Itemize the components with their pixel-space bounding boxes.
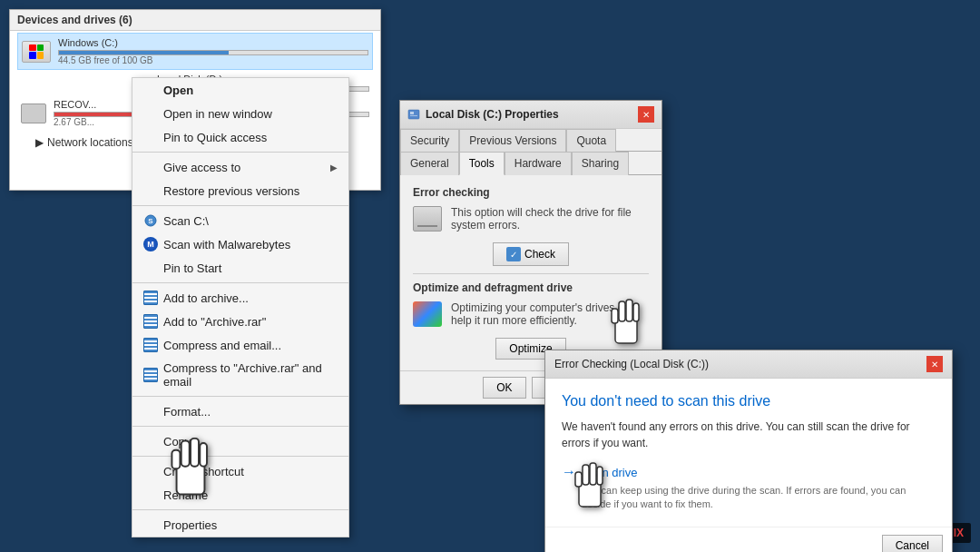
ok-button[interactable]: OK xyxy=(483,377,525,399)
ctx-give-access-icon xyxy=(143,160,158,174)
tab-quota[interactable]: Quota xyxy=(566,129,616,152)
ctx-rename[interactable]: Rename xyxy=(132,483,348,507)
ctx-compress-rar-email-icon xyxy=(143,368,158,382)
tab-bar: Security Previous Versions Quota General… xyxy=(400,129,662,175)
logo-q3 xyxy=(29,52,36,59)
optimize-desc: Optimizing your computer's drives can he… xyxy=(451,301,649,327)
scan-drive-label: Scan drive xyxy=(582,466,637,479)
tab-previous-versions[interactable]: Previous Versions xyxy=(459,129,566,152)
ctx-open-label: Open xyxy=(163,84,193,97)
ctx-rename-label: Rename xyxy=(163,488,208,502)
network-label: Network locations xyxy=(47,136,133,149)
ctx-copy-icon xyxy=(143,434,158,448)
ctx-restore-icon xyxy=(143,183,158,198)
error-cancel-button[interactable]: Cancel xyxy=(882,535,943,552)
tab-general[interactable]: General xyxy=(400,152,459,175)
error-dialog-close[interactable]: ✕ xyxy=(926,356,943,372)
ctx-properties-label: Properties xyxy=(163,518,217,532)
optimize-section: Optimizing your computer's drives can he… xyxy=(413,301,649,327)
devices-drives-title: Devices and drives (6) xyxy=(17,14,132,26)
tab-row-1: Security Previous Versions Quota xyxy=(400,129,662,152)
tab-security[interactable]: Security xyxy=(400,129,459,152)
properties-content: Error checking This option will check th… xyxy=(400,175,662,370)
ctx-malware-icon: M xyxy=(143,237,158,251)
check-button[interactable]: ✓ Check xyxy=(493,242,569,266)
scan-drive-link[interactable]: → Scan drive xyxy=(562,464,936,480)
error-checking-label: Error checking xyxy=(413,186,649,199)
ctx-create-shortcut[interactable]: Create shortcut xyxy=(132,459,348,483)
ctx-properties[interactable]: Properties xyxy=(132,513,348,537)
ctx-compress-email-label: Compress and email... xyxy=(163,339,281,352)
ctx-divider-2 xyxy=(132,205,348,206)
tab-hardware[interactable]: Hardware xyxy=(505,152,572,175)
tab-row-2: General Tools Hardware Sharing xyxy=(400,152,662,175)
ctx-format[interactable]: Format... xyxy=(132,399,348,423)
svg-rect-4 xyxy=(410,115,417,116)
ctx-compress-rar-email[interactable]: Compress to "Archive.rar" and email xyxy=(132,357,348,393)
ctx-compress-email[interactable]: Compress and email... xyxy=(132,333,348,357)
error-dialog-content: You don't need to scan this drive We hav… xyxy=(545,379,952,527)
check-button-label: Check xyxy=(524,248,555,261)
ctx-scan-malware[interactable]: M Scan with Malwarebytes xyxy=(132,232,348,256)
ctx-add-archive-icon xyxy=(143,291,158,305)
ctx-open-new[interactable]: Open in new window xyxy=(132,102,348,125)
error-checking-section: This option will check the drive for fil… xyxy=(413,206,649,232)
ctx-divider-7 xyxy=(132,509,348,510)
section-divider xyxy=(413,273,649,274)
properties-titlebar-left: Local Disk (C:) Properties xyxy=(407,108,559,121)
ctx-compress-email-icon xyxy=(143,338,158,352)
ctx-scan-malware-label: Scan with Malwarebytes xyxy=(163,238,290,251)
ctx-scan-label: Scan C:\ xyxy=(163,214,209,228)
tab-sharing[interactable]: Sharing xyxy=(572,152,629,175)
drive-c-info: Windows (C:) 44.5 GB free of 100 GB xyxy=(58,37,368,65)
svg-rect-3 xyxy=(410,112,414,114)
ctx-pin-quick[interactable]: Pin to Quick access xyxy=(132,125,348,149)
ctx-copy[interactable]: Copy xyxy=(132,429,348,453)
optimize-label: Optimize and defragment drive xyxy=(413,281,649,294)
ctx-open[interactable]: Open xyxy=(132,78,348,102)
drive-c-item[interactable]: Windows (C:) 44.5 GB free of 100 GB xyxy=(17,33,373,70)
ok-label: OK xyxy=(496,381,512,394)
tab-tools[interactable]: Tools xyxy=(459,152,505,175)
defrag-icon xyxy=(413,301,442,327)
ctx-format-label: Format... xyxy=(163,405,211,419)
ctx-pin-start-label: Pin to Start xyxy=(163,261,221,275)
logo-q2 xyxy=(37,44,44,52)
drive-c-bar-fill xyxy=(59,51,229,54)
logo-q1 xyxy=(29,44,36,52)
ctx-pin-start[interactable]: Pin to Start xyxy=(132,256,348,280)
properties-titlebar: Local Disk (C:) Properties ✕ xyxy=(400,101,662,129)
drive-c-icon xyxy=(22,41,51,63)
ctx-divider-5 xyxy=(132,426,348,427)
error-dialog-text: We haven't found any errors on this driv… xyxy=(562,419,936,451)
ctx-divider-4 xyxy=(132,396,348,397)
error-cancel-label: Cancel xyxy=(896,539,929,552)
ctx-properties-icon xyxy=(143,518,158,532)
properties-close-button[interactable]: ✕ xyxy=(638,106,654,123)
error-checking-dialog: Error Checking (Local Disk (C:)) ✕ You d… xyxy=(544,350,953,552)
network-arrow: ▶ xyxy=(35,136,44,149)
ctx-add-archive-label: Add to archive... xyxy=(163,291,249,305)
explorer-header: Devices and drives (6) xyxy=(10,10,380,31)
ctx-create-shortcut-label: Create shortcut xyxy=(163,465,244,478)
error-dialog-footer: Cancel xyxy=(545,527,952,552)
ctx-give-access-label: Give access to xyxy=(163,161,240,174)
check-icon: ✓ xyxy=(506,247,521,261)
ctx-scan[interactable]: S Scan C:\ xyxy=(132,209,348,232)
ctx-restore[interactable]: Restore previous versions xyxy=(132,179,348,202)
ctx-compress-rar-email-label: Compress to "Archive.rar" and email xyxy=(163,361,338,389)
error-dialog-heading: You don't need to scan this drive xyxy=(562,393,936,409)
ctx-add-archive[interactable]: Add to archive... xyxy=(132,286,348,310)
ctx-open-new-label: Open in new window xyxy=(163,107,272,121)
drive-recov-icon xyxy=(21,104,46,123)
ctx-create-shortcut-icon xyxy=(143,464,158,478)
ctx-add-archive-rar[interactable]: Add to "Archive.rar" xyxy=(132,310,348,333)
ctx-give-access[interactable]: Give access to ▶ xyxy=(132,155,348,179)
ctx-divider-3 xyxy=(132,282,348,283)
properties-title: Local Disk (C:) Properties xyxy=(426,108,559,121)
scan-sub-text: You can keep using the drive during the … xyxy=(582,484,936,512)
ctx-pin-start-icon xyxy=(143,261,158,275)
ctx-open-new-icon xyxy=(143,106,158,121)
ctx-copy-label: Copy xyxy=(163,435,191,448)
ctx-divider-1 xyxy=(132,152,348,153)
